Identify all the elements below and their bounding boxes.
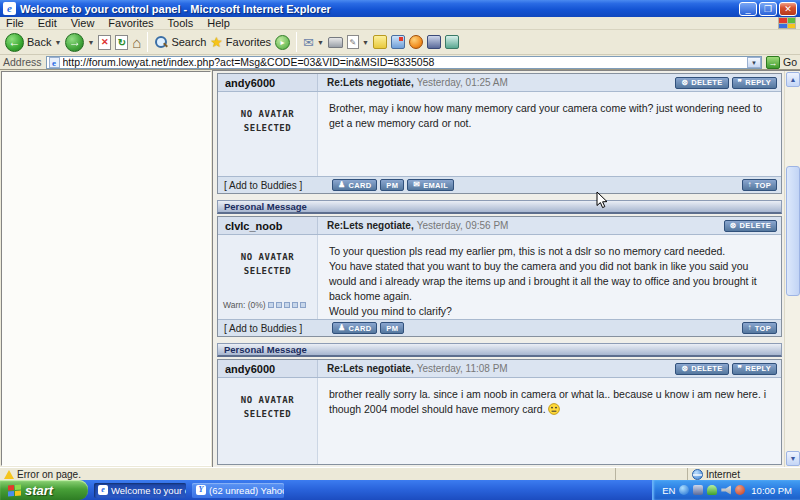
tray-messenger-icon[interactable] xyxy=(707,485,717,495)
pm-button[interactable]: PM xyxy=(380,322,404,334)
vertical-scrollbar[interactable]: ▲ ▼ xyxy=(784,71,800,467)
forum-content: andy6000 Re:Lets negotiate, Yesterday, 0… xyxy=(215,71,784,467)
tray-network-icon[interactable] xyxy=(693,485,703,495)
warn-box-icon xyxy=(284,302,290,308)
taskbar-item-yahoo[interactable]: Y (62 unread) Yahoo! ... xyxy=(192,483,284,498)
post-subject: Re:Lets negotiate, Yesterday, 11:08 PM xyxy=(318,360,675,377)
delete-button[interactable]: ⊗DELETE xyxy=(724,220,777,232)
warn-level: Warn: (0%) xyxy=(223,300,306,310)
post-author[interactable]: cIvIc_noob xyxy=(218,217,318,234)
refresh-button[interactable]: ↻ xyxy=(115,35,128,50)
post-subject: Re:Lets negotiate, Yesterday, 09:56 PM xyxy=(318,217,724,234)
title-bar: e Welcome to your control panel - Micros… xyxy=(0,0,800,17)
scroll-up-icon[interactable]: ▲ xyxy=(786,72,800,87)
messenger-icon xyxy=(391,35,405,49)
delete-button[interactable]: ⊗DELETE xyxy=(675,77,728,89)
notes-button[interactable] xyxy=(373,35,387,49)
messenger-button[interactable] xyxy=(391,35,405,49)
taskbar-clock: 10:00 PM xyxy=(751,485,792,496)
no-avatar-label: NO AVATAR SELECTED xyxy=(218,250,317,278)
card-button[interactable]: ♟CARD xyxy=(332,322,377,334)
post-author[interactable]: andy6000 xyxy=(218,74,318,91)
address-url[interactable]: http://forum.lowyat.net/index.php?act=Ms… xyxy=(63,56,747,68)
media-button[interactable]: ▸ xyxy=(275,35,290,50)
menu-help[interactable]: Help xyxy=(207,17,230,29)
post-time: Yesterday, 09:56 PM xyxy=(417,220,509,231)
tray-msn-icon[interactable] xyxy=(679,485,689,495)
favorites-star-icon: ★ xyxy=(210,35,223,49)
people-icon xyxy=(445,35,459,49)
menu-favorites[interactable]: Favorites xyxy=(108,17,153,29)
home-button[interactable]: ⌂ xyxy=(132,35,141,50)
go-arrow-icon: → xyxy=(766,56,780,69)
menu-view[interactable]: View xyxy=(71,17,95,29)
menu-edit[interactable]: Edit xyxy=(38,17,57,29)
start-button[interactable]: start xyxy=(0,480,88,500)
minimize-button[interactable]: _ xyxy=(739,2,757,16)
search-button[interactable]: Search xyxy=(154,35,206,49)
forward-button[interactable]: → ▼ xyxy=(65,33,94,52)
personal-message-header: Personal Message xyxy=(217,200,782,214)
reply-icon: ❞ xyxy=(738,365,743,373)
avatar-column: NO AVATAR SELECTED xyxy=(218,92,318,176)
forward-dropdown-icon[interactable]: ▼ xyxy=(87,39,94,46)
edit-dropdown-icon[interactable]: ▼ xyxy=(362,39,369,46)
reply-button[interactable]: ❞REPLY xyxy=(732,77,777,89)
warn-box-icon xyxy=(276,302,282,308)
unsure-smiley-icon xyxy=(548,403,560,415)
back-dropdown-icon[interactable]: ▼ xyxy=(54,39,61,46)
go-button[interactable]: → Go xyxy=(766,56,797,69)
post-3: andy6000 Re:Lets negotiate, Yesterday, 1… xyxy=(217,359,782,465)
status-bar: Error on page. Internet xyxy=(0,467,800,480)
warn-box-icon xyxy=(292,302,298,308)
add-to-buddies-link[interactable]: [ Add to Buddies ] xyxy=(218,323,318,334)
menu-tools[interactable]: Tools xyxy=(168,17,194,29)
stop-button[interactable]: ✕ xyxy=(98,35,111,50)
people-tool-button[interactable] xyxy=(445,35,459,49)
favorites-button[interactable]: ★ Favorites xyxy=(210,35,271,49)
media-icon: ▸ xyxy=(275,35,290,50)
post-author[interactable]: andy6000 xyxy=(218,360,318,377)
email-button[interactable]: ✉EMAIL xyxy=(407,179,454,191)
menu-bar: File Edit View Favorites Tools Help xyxy=(0,17,800,30)
post-message: To your question pls read my earlier pm,… xyxy=(318,235,781,319)
mail-button[interactable]: ✉ ▼ xyxy=(303,36,324,49)
tray-antivirus-icon[interactable] xyxy=(735,485,745,495)
address-dropdown-icon[interactable]: ▼ xyxy=(747,57,761,68)
delete-button[interactable]: ⊗DELETE xyxy=(675,363,728,375)
close-button[interactable]: ✕ xyxy=(779,2,797,16)
print-button[interactable] xyxy=(328,37,343,48)
post-2: cIvIc_noob Re:Lets negotiate, Yesterday,… xyxy=(217,216,782,337)
scroll-down-icon[interactable]: ▼ xyxy=(786,451,800,466)
quicktime-button[interactable] xyxy=(409,35,423,49)
scrollbar-thumb[interactable] xyxy=(786,166,800,296)
status-message: Error on page. xyxy=(17,469,81,480)
browser-toolbar: ← Back ▼ → ▼ ✕ ↻ ⌂ Search ★ Favorites ▸ … xyxy=(0,30,800,55)
ie-app-icon: e xyxy=(3,2,16,15)
reply-button[interactable]: ❞REPLY xyxy=(732,363,777,375)
restore-button[interactable]: ❐ xyxy=(759,2,777,16)
post-footer: [ Add to Buddies ] ♟CARD PM ✉EMAIL ↑TOP xyxy=(218,176,781,193)
personal-message-header: Personal Message xyxy=(217,343,782,357)
menu-file[interactable]: File xyxy=(6,17,24,29)
top-button[interactable]: ↑TOP xyxy=(742,322,778,334)
quicktime-icon xyxy=(409,35,423,49)
back-button[interactable]: ← Back ▼ xyxy=(5,33,61,52)
edit-button[interactable]: ✎ ▼ xyxy=(347,35,369,49)
back-icon: ← xyxy=(5,33,24,52)
camera-icon xyxy=(427,35,441,49)
language-indicator[interactable]: EN xyxy=(662,485,675,496)
taskbar-item-browser[interactable]: e Welcome to your con... xyxy=(94,483,186,498)
address-input[interactable]: e http://forum.lowyat.net/index.php?act=… xyxy=(46,56,762,69)
security-zone-label: Internet xyxy=(706,469,740,480)
add-to-buddies-link[interactable]: [ Add to Buddies ] xyxy=(218,180,318,191)
mail-dropdown-icon[interactable]: ▼ xyxy=(317,39,324,46)
card-icon: ♟ xyxy=(338,324,345,332)
pm-button[interactable]: PM xyxy=(380,179,404,191)
top-button[interactable]: ↑TOP xyxy=(742,179,778,191)
tray-volume-icon[interactable] xyxy=(721,485,731,495)
no-avatar-label: NO AVATAR SELECTED xyxy=(218,393,317,421)
card-button[interactable]: ♟CARD xyxy=(332,179,377,191)
camera-tool-button[interactable] xyxy=(427,35,441,49)
delete-icon: ⊗ xyxy=(681,79,688,87)
